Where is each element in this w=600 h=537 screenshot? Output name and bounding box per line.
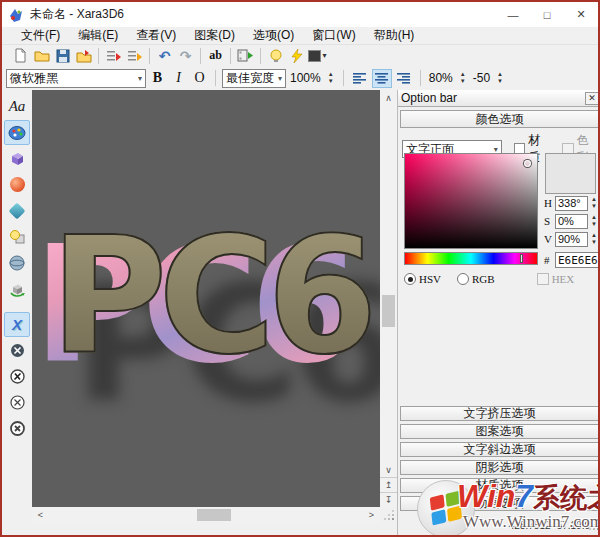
scroll-up-icon[interactable]: ∧ [380, 90, 397, 105]
texture-options-tool[interactable] [4, 250, 30, 275]
hue-slider[interactable] [404, 252, 538, 265]
align-right-button[interactable] [394, 69, 414, 88]
hue-marker[interactable] [520, 254, 523, 263]
edit-text-list-icon[interactable] [103, 47, 124, 65]
resize-grip[interactable] [382, 508, 396, 522]
view-circle-x-italic-tool[interactable] [4, 364, 30, 389]
view-circle-x-filled-tool[interactable] [4, 338, 30, 363]
open-file-icon[interactable] [31, 47, 52, 65]
current-color-swatch [308, 50, 321, 62]
animation-options-button[interactable]: 动画选项 [400, 496, 599, 511]
bevel-options-tool[interactable] [4, 198, 30, 223]
color-options-tool[interactable] [4, 120, 30, 145]
saturation-value-picker[interactable] [404, 153, 538, 249]
animation-preview-icon[interactable] [235, 47, 256, 65]
minimize-button[interactable]: — [496, 2, 530, 27]
lighting-options-tool[interactable] [4, 224, 30, 249]
vertical-scroll-thumb[interactable] [382, 295, 395, 327]
option-bar-header[interactable]: Option bar ✕ [398, 90, 600, 107]
design-canvas[interactable]: PC6 PC6 PC6 [32, 90, 380, 507]
menu-design[interactable]: 图案(D) [185, 27, 244, 44]
menu-window[interactable]: 窗口(W) [303, 27, 364, 44]
width-mode-value: 最佳宽度 [226, 70, 274, 87]
align-left-button[interactable] [350, 69, 370, 88]
text-options-tool[interactable]: Aa [4, 94, 30, 119]
hsv-radio[interactable] [404, 273, 416, 285]
scroll-right-icon[interactable]: > [363, 508, 380, 523]
italic-button[interactable]: I [169, 69, 188, 88]
shadow-options-tool[interactable] [4, 172, 30, 197]
view-3d-text-tool[interactable]: X [4, 312, 30, 337]
save-icon[interactable] [52, 47, 73, 65]
aspect-ratio-value[interactable]: 80% [427, 71, 455, 85]
shadow-options-button[interactable]: 阴影选项 [400, 460, 599, 475]
panel-close-icon[interactable]: ✕ [585, 92, 599, 105]
scroll-down-icon[interactable]: ∨ [380, 462, 397, 477]
value-input[interactable]: 90% [555, 232, 588, 247]
apply-style-icon[interactable] [124, 47, 145, 65]
menu-file[interactable]: 文件(F) [12, 27, 69, 44]
color-options-button[interactable]: 颜色选项 [400, 110, 599, 128]
zoom-out-page-icon[interactable]: ↧ [380, 492, 397, 507]
outline-button[interactable]: O [190, 69, 209, 88]
font-size-stepper[interactable]: ▲▼ [325, 69, 337, 87]
render-quality-icon[interactable] [286, 47, 307, 65]
circle-x-outline-icon [10, 395, 25, 410]
menu-view[interactable]: 查看(V) [127, 27, 185, 44]
font-size-value[interactable]: 100% [288, 71, 323, 85]
color-swatch-icon[interactable]: ▾ [307, 47, 328, 65]
toolbar-separator [98, 48, 99, 64]
width-mode-select[interactable]: 最佳宽度 ▾ [222, 69, 286, 88]
menu-options[interactable]: 选项(O) [244, 27, 303, 44]
align-center-button[interactable] [372, 69, 392, 88]
tracking-stepper[interactable]: ▲▼ [494, 69, 506, 87]
animation-options-tool[interactable] [4, 276, 30, 301]
font-family-select[interactable]: 微软雅黑 ▾ [6, 69, 146, 88]
extrusion-options-button[interactable]: 文字挤压选项 [400, 406, 599, 421]
sv-cursor[interactable] [524, 160, 531, 167]
redo-icon[interactable]: ↷ [175, 47, 196, 65]
aspect-ratio-stepper[interactable]: ▲▼ [457, 69, 469, 87]
status-coordinates: 428.7512 -57.19.0 [398, 520, 590, 531]
hex-mode-checkbox [537, 273, 549, 285]
saturation-field-row: S 0% ▲▼ [544, 213, 600, 229]
bevel-options-button[interactable]: 文字斜边选项 [400, 442, 599, 457]
saturation-input[interactable]: 0% [555, 214, 588, 229]
color-mode-row: HSV RGB HEX [404, 273, 598, 285]
saturation-stepper[interactable]: ▲▼ [588, 212, 600, 230]
hue-input[interactable]: 338° [555, 196, 588, 211]
hex-input[interactable]: E6E6E6 [555, 252, 600, 268]
menu-help[interactable]: 帮助(H) [365, 27, 424, 44]
bold-button[interactable]: B [148, 69, 167, 88]
texture-options-button[interactable]: 材质选项 [400, 478, 599, 493]
view-circle-x-outline-tool[interactable] [4, 390, 30, 415]
horizontal-scrollbar[interactable]: < > [32, 507, 380, 523]
new-document-icon[interactable] [10, 47, 31, 65]
text-edit-icon[interactable]: ab [205, 47, 226, 65]
tracking-value[interactable]: -50 [471, 71, 492, 85]
rgb-radio[interactable] [457, 273, 469, 285]
close-button[interactable]: ✕ [564, 2, 598, 27]
panel-resize-grip[interactable] [591, 520, 600, 532]
value-stepper[interactable]: ▲▼ [588, 230, 600, 248]
vertical-scrollbar[interactable]: ∧ ∨ ↥ ↧ [380, 90, 397, 507]
option-bar-panel: Option bar ✕ 颜色选项 文字正面 ▾ 材质 色彩 H 338° [397, 90, 600, 535]
maximize-button[interactable]: □ [530, 2, 564, 27]
export-icon[interactable] [73, 47, 94, 65]
horizontal-scroll-thumb[interactable] [197, 509, 231, 521]
3d-text-object: PC6 PC6 PC6 [50, 217, 369, 377]
app-icon[interactable] [8, 7, 24, 23]
circle-x-filled-icon [10, 343, 25, 358]
view-circle-x-ring-tool[interactable] [4, 416, 30, 441]
menu-edit[interactable]: 编辑(E) [69, 27, 127, 44]
swatch-dropdown-icon[interactable]: ▾ [322, 51, 326, 60]
design-options-button[interactable]: 图案选项 [400, 424, 599, 439]
sphere-icon [10, 177, 25, 192]
light-bulb-icon[interactable] [265, 47, 286, 65]
scroll-left-icon[interactable]: < [32, 508, 49, 523]
zoom-in-page-icon[interactable]: ↥ [380, 477, 397, 492]
extrusion-options-tool[interactable] [4, 146, 30, 171]
undo-icon[interactable]: ↶ [154, 47, 175, 65]
options-toolbar: Aa X [2, 90, 32, 535]
hue-stepper[interactable]: ▲▼ [588, 194, 600, 212]
